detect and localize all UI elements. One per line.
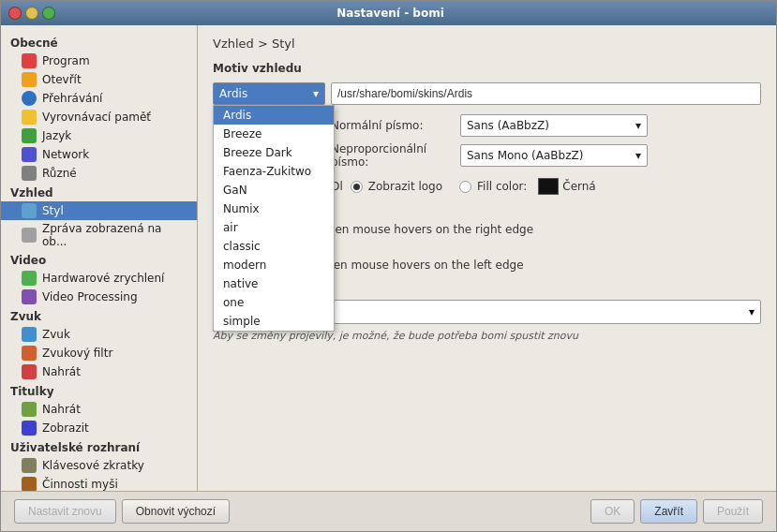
theme-option-faenza[interactable]: Faenza-Zukitwo [214, 162, 334, 181]
color-name-label: Černá [562, 180, 595, 193]
font-combo-arrow: ▾ [635, 119, 641, 132]
body-area: Obecné Program Otevřít Přehrávání Vyrovn… [1, 25, 776, 491]
lang-icon [22, 128, 37, 143]
theme-dropdown-trigger[interactable]: Ardis ▾ [213, 82, 325, 105]
sidebar-section-vzhled: Vzhled [1, 183, 197, 201]
fillcolor-radio-row: Fill color: [459, 180, 527, 193]
titlebar: Nastavení - bomi [1, 1, 776, 25]
normal-font-row: Normální písmo: Sans (AaBbzZ) ▾ [331, 114, 761, 137]
view-icon [22, 421, 37, 436]
color-row: Černá [538, 178, 595, 195]
theme-option-simple[interactable]: simple [214, 312, 334, 331]
bottom-right-buttons: OK Zavřít Použít [590, 499, 763, 524]
logo-radio-fill[interactable] [459, 181, 471, 193]
theme-option-classic[interactable]: classic [214, 237, 334, 256]
ok-button[interactable]: OK [590, 499, 635, 524]
sidebar-item-program[interactable]: Program [1, 52, 197, 70]
breadcrumb: Vzhled > Styl [213, 37, 761, 51]
normal-font-combo-wrapper: Sans (AaBbzZ) ▾ [460, 114, 648, 137]
mouse-icon [22, 477, 37, 491]
sidebar-item-cinnosti[interactable]: Činnosti myši [1, 475, 197, 491]
sidebar-item-ruzne[interactable]: Různé [1, 164, 197, 183]
sidebar-section-titulky: Titulky [1, 381, 197, 400]
theme-dropdown-menu: Ardis Breeze Breeze Dark Faenza-Zukitwo … [213, 105, 335, 332]
buffer-icon [22, 110, 37, 125]
minimize-button[interactable] [25, 7, 38, 20]
styl-okna-arrow: ▾ [749, 305, 755, 318]
mono-font-row: Neproporcionální písmo: Sans Mono (AaBbz… [331, 142, 761, 169]
sidebar-item-otevrit[interactable]: Otevřít [1, 70, 197, 89]
play-icon [22, 91, 37, 106]
sidebar-item-nahrat-zvuk[interactable]: Nahrát [1, 362, 197, 381]
sidebar-item-zprava[interactable]: Zpráva zobrazená na ob... [1, 220, 197, 250]
filter-icon [22, 346, 37, 361]
mono-font-combo[interactable]: Sans Mono (AaBbzZ) ▾ [460, 144, 648, 167]
program-icon [22, 53, 37, 68]
mono-combo-arrow: ▾ [635, 149, 641, 162]
mono-font-label: Neproporcionální písmo: [331, 142, 453, 169]
theme-dropdown-anchor: Ardis ▾ Ardis Breeze Breeze Dark Faenza-… [213, 82, 325, 105]
sidebar: Obecné Program Otevřít Přehrávání Vyrovn… [1, 25, 198, 491]
sidebar-item-network[interactable]: Network [1, 145, 197, 164]
theme-path-input[interactable] [331, 82, 761, 105]
misc-icon [22, 166, 37, 181]
upload-icon [22, 402, 37, 417]
vp-icon [22, 289, 37, 304]
window-title: Nastavení - bomi [55, 7, 725, 20]
network-icon [22, 147, 37, 162]
sidebar-item-nahrat-titulky[interactable]: Nahrát [1, 400, 197, 419]
record-icon [22, 364, 37, 379]
main-window: Nastavení - bomi Obecné Program Otevřít … [0, 0, 777, 532]
theme-option-native[interactable]: native [214, 274, 334, 293]
sidebar-item-prehravani[interactable]: Přehrávání [1, 89, 197, 108]
logo-radio-show[interactable] [351, 181, 363, 193]
sidebar-item-jazyk[interactable]: Jazyk [1, 126, 197, 145]
maximize-button[interactable] [42, 7, 55, 20]
logo-radio-show-label: Zobrazit logo [368, 180, 442, 193]
theme-option-air[interactable]: air [214, 218, 334, 237]
style-icon [22, 203, 37, 218]
theme-option-one[interactable]: one [214, 293, 334, 312]
hw-icon [22, 271, 37, 286]
sidebar-item-vp[interactable]: Video Processing [1, 288, 197, 306]
main-content: Vzhled > Styl Motiv vzhledu Ardis ▾ Ardi… [198, 25, 776, 491]
theme-option-ardis[interactable]: Ardis [214, 106, 334, 125]
sidebar-item-zvfiltr[interactable]: Zvukový filtr [1, 344, 197, 362]
nastavit-button[interactable]: Nastavit znovu [14, 499, 116, 524]
motiv-row: Ardis ▾ Ardis Breeze Breeze Dark Faenza-… [213, 82, 761, 105]
motiv-section-label: Motiv vzhledu [213, 62, 761, 75]
chevron-down-icon: ▾ [313, 87, 319, 100]
msg-icon [22, 228, 37, 243]
open-icon [22, 72, 37, 87]
zavrit-button[interactable]: Zavřít [640, 499, 697, 524]
mono-font-combo-wrapper: Sans Mono (AaBbzZ) ▾ [460, 144, 648, 167]
osd-row: Ol Zobrazit logo Fill color: Černá [331, 178, 761, 195]
sidebar-item-vyrovnavaci[interactable]: Vyrovnávací paměť [1, 108, 197, 126]
theme-option-gan[interactable]: GaN [214, 181, 334, 200]
sidebar-item-zobrazit[interactable]: Zobrazit [1, 419, 197, 437]
color-swatch[interactable] [538, 178, 559, 195]
sidebar-section-ui: Uživatelské rozhraní [1, 437, 197, 456]
close-button[interactable] [8, 7, 22, 20]
logo-radio-row: Zobrazit logo [351, 180, 442, 193]
motiv-controls: Ardis ▾ Ardis Breeze Breeze Dark Faenza-… [213, 82, 761, 105]
fill-color-label: Fill color: [477, 180, 527, 193]
bottom-bar: Nastavit znovu Obnovit výchozí OK Zavřít… [1, 491, 776, 531]
sidebar-item-hw[interactable]: Hardwarové zrychlení [1, 269, 197, 288]
sidebar-section-obecne: Obecné [1, 33, 197, 52]
theme-option-modern[interactable]: modern [214, 256, 334, 274]
obnovit-button[interactable]: Obnovit výchozí [122, 499, 230, 524]
theme-option-numix[interactable]: Numix [214, 200, 334, 218]
normal-font-label: Normální písmo: [331, 119, 453, 132]
normal-font-combo[interactable]: Sans (AaBbzZ) ▾ [460, 114, 648, 137]
sidebar-item-zvuk[interactable]: Zvuk [1, 325, 197, 344]
pouzit-button[interactable]: Použít [703, 499, 763, 524]
bottom-left-buttons: Nastavit znovu Obnovit výchozí [14, 499, 230, 524]
theme-option-breeze-dark[interactable]: Breeze Dark [214, 143, 334, 162]
sound-icon [22, 327, 37, 342]
theme-option-breeze[interactable]: Breeze [214, 125, 334, 143]
sidebar-item-klavesove[interactable]: Klávesové zkratky [1, 456, 197, 475]
pisma-section: Normální písmo: Sans (AaBbzZ) ▾ Nepropor… [331, 114, 761, 169]
sidebar-item-styl[interactable]: Styl [1, 201, 197, 220]
keyboard-icon [22, 458, 37, 473]
